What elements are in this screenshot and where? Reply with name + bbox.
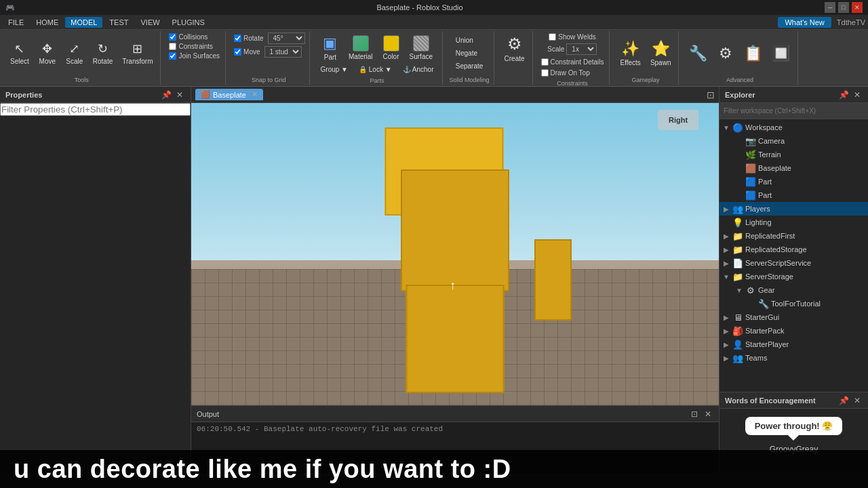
color-button[interactable]: Color	[379, 33, 403, 62]
lock-button[interactable]: 🔒 Lock ▼	[355, 64, 396, 75]
explorer-close-button[interactable]: ✕	[852, 89, 863, 100]
draw-on-top-check[interactable]: Draw On Top	[540, 68, 606, 77]
advanced-btn4[interactable]: 🔲	[768, 43, 793, 64]
properties-filter-input[interactable]	[0, 103, 191, 116]
tree-item-gear[interactable]: ▼ ⚙ Gear	[719, 283, 868, 297]
separate-button[interactable]: Separate	[452, 61, 488, 71]
menu-test[interactable]: TEST	[104, 17, 134, 28]
viewport-canvas[interactable]: Right ↑	[191, 103, 719, 405]
tree-item-replicated-first[interactable]: ▶ 📁 ReplicatedFirst	[719, 229, 868, 243]
tree-item-starter-pack[interactable]: ▶ 🎒 StarterPack	[719, 324, 868, 338]
tree-item-starter-player[interactable]: ▶ 👤 StarterPlayer	[719, 338, 868, 351]
scale-select[interactable]: 1x2x	[566, 43, 597, 55]
tree-item-starter-gui[interactable]: ▶ 🖥 StarterGui	[719, 310, 868, 324]
replicated-first-icon: 📁	[732, 231, 743, 241]
effects-label: Effects	[620, 59, 640, 66]
negate-button[interactable]: Negate	[452, 48, 481, 58]
explorer-pin-button[interactable]: 📌	[838, 89, 849, 100]
constraints-check[interactable]: Constraints	[167, 42, 221, 51]
menu-file[interactable]: FILE	[3, 17, 29, 28]
spawn-button[interactable]: ⭐ Spawn	[647, 38, 675, 68]
replicated-storage-expand-icon[interactable]: ▶	[722, 246, 730, 253]
surface-button[interactable]: Surface	[406, 33, 436, 62]
rotate-tool-button[interactable]: ↻ Rotate	[90, 39, 116, 67]
effects-button[interactable]: ✨ Effects	[616, 38, 644, 68]
replicated-first-expand-icon[interactable]: ▶	[722, 232, 730, 240]
move-snap-value[interactable]: 1 studs2 studs4 studs	[264, 46, 302, 58]
tree-item-replicated-storage[interactable]: ▶ 📁 ReplicatedStorage	[719, 243, 868, 256]
tools-group-label: Tools	[75, 75, 89, 83]
camera-orientation-indicator: Right	[658, 110, 698, 130]
rotate-snap-value[interactable]: 45°90°180°	[268, 33, 305, 44]
menu-home[interactable]: HOME	[31, 17, 64, 28]
tree-item-baseplate[interactable]: 🟫 Baseplate	[719, 161, 868, 175]
minimize-button[interactable]: ─	[825, 2, 835, 13]
viewport-expand-button[interactable]: ⊡	[707, 89, 715, 100]
gear-expand-icon[interactable]: ▼	[735, 287, 743, 294]
tab-close-icon[interactable]: ✕	[252, 90, 258, 99]
tree-item-part2[interactable]: 🟦 Part	[719, 188, 868, 202]
lighting-icon: 💡	[732, 218, 743, 228]
properties-pin-button[interactable]: 📌	[161, 89, 172, 100]
select-tool-button[interactable]: ↖ Select	[7, 39, 33, 67]
advanced-btn1[interactable]: 🔧	[686, 43, 711, 64]
advanced-btn2[interactable]: ⚙	[713, 43, 738, 64]
tree-item-players[interactable]: ▶ 👥 Players	[719, 202, 868, 216]
gameplay-group: ✨ Effects ⭐ Spawn Gameplay	[612, 31, 679, 85]
union-button[interactable]: Union	[452, 35, 477, 45]
workspace-expand-icon[interactable]: ▼	[722, 124, 730, 131]
menu-view[interactable]: VIEW	[135, 17, 165, 28]
tree-item-tool-for-tutorial[interactable]: 🔧 ToolForTutorial	[719, 297, 868, 310]
players-icon: 👥	[732, 204, 743, 214]
create-button[interactable]: ⚙ Create	[501, 33, 528, 64]
properties-close-button[interactable]: ✕	[174, 89, 185, 100]
ss-expand-icon[interactable]: ▼	[722, 273, 730, 281]
solid-modeling-group: Union Negate Separate Solid Modeling	[446, 31, 494, 85]
tree-item-server-storage[interactable]: ▼ 📁 ServerStorage	[719, 270, 868, 283]
rotate-snap-check[interactable]: Rotate	[233, 34, 264, 43]
whats-new-button[interactable]: What's New	[778, 17, 831, 28]
group-button[interactable]: Group ▼	[317, 64, 352, 75]
sss-expand-icon[interactable]: ▶	[722, 260, 730, 267]
tree-item-part1[interactable]: 🟦 Part	[719, 175, 868, 188]
tree-item-camera[interactable]: 📷 Camera	[719, 134, 868, 148]
tree-item-teams[interactable]: ▶ 👥 Teams	[719, 351, 868, 365]
move-snap-check[interactable]: Move	[233, 47, 261, 56]
sg-expand-icon[interactable]: ▶	[722, 314, 730, 321]
sp-expand-icon[interactable]: ▶	[722, 327, 730, 335]
show-welds-check[interactable]: Show Welds	[547, 33, 597, 41]
tools-group: ↖ Select ✥ Move ⤢ Scale ↻ Rotate ⊞ Trans…	[3, 31, 161, 85]
menu-plugins[interactable]: PLUGINS	[167, 17, 210, 28]
close-button[interactable]: ✕	[852, 2, 863, 13]
viewport-tab-baseplate[interactable]: 🟫 Baseplate ✕	[195, 89, 263, 100]
tree-item-terrain[interactable]: 🌿 Terrain	[719, 148, 868, 161]
part-button[interactable]: ▣ Part	[318, 33, 342, 63]
scale-tool-button[interactable]: ⤢ Scale	[62, 39, 87, 67]
anchor-button[interactable]: ⚓ Anchor	[399, 64, 438, 75]
lighting-label: Lighting	[745, 218, 772, 226]
advanced-btn3[interactable]: 📋	[741, 43, 766, 64]
join-surfaces-check[interactable]: Join Surfaces	[167, 52, 221, 60]
constraint-details-check[interactable]: Constraint Details	[540, 58, 606, 66]
transform-tool-button[interactable]: ⊞ Transform	[119, 39, 156, 67]
woe-close-button[interactable]: ✕	[852, 395, 863, 406]
woe-pin-button[interactable]: 📌	[838, 395, 849, 406]
viewport: 🟫 Baseplate ✕ ⊡	[191, 87, 719, 405]
collisions-check[interactable]: Collisions	[167, 33, 221, 41]
maximize-button[interactable]: □	[838, 2, 849, 13]
teams-expand-icon[interactable]: ▶	[722, 354, 730, 362]
spl-expand-icon[interactable]: ▶	[722, 341, 730, 348]
explorer-filter-input[interactable]	[719, 103, 868, 119]
move-tool-button[interactable]: ✥ Move	[35, 39, 60, 67]
material-button[interactable]: Material	[345, 33, 376, 62]
players-expand-icon[interactable]: ▶	[722, 205, 730, 213]
tree-item-workspace[interactable]: ▼ 🔵 Workspace	[719, 121, 868, 134]
surface-label: Surface	[410, 53, 433, 60]
gear-icon: ⚙	[745, 285, 756, 296]
tree-item-lighting[interactable]: 💡 Lighting	[719, 216, 868, 229]
menu-model[interactable]: MODEL	[65, 17, 102, 28]
output-expand-button[interactable]: ⊡	[689, 409, 700, 420]
parts-group: ▣ Part Material Color Surface Group ▼ 🔒 …	[313, 31, 443, 85]
output-close-button[interactable]: ✕	[703, 409, 713, 420]
tree-item-server-script-service[interactable]: ▶ 📄 ServerScriptService	[719, 256, 868, 270]
